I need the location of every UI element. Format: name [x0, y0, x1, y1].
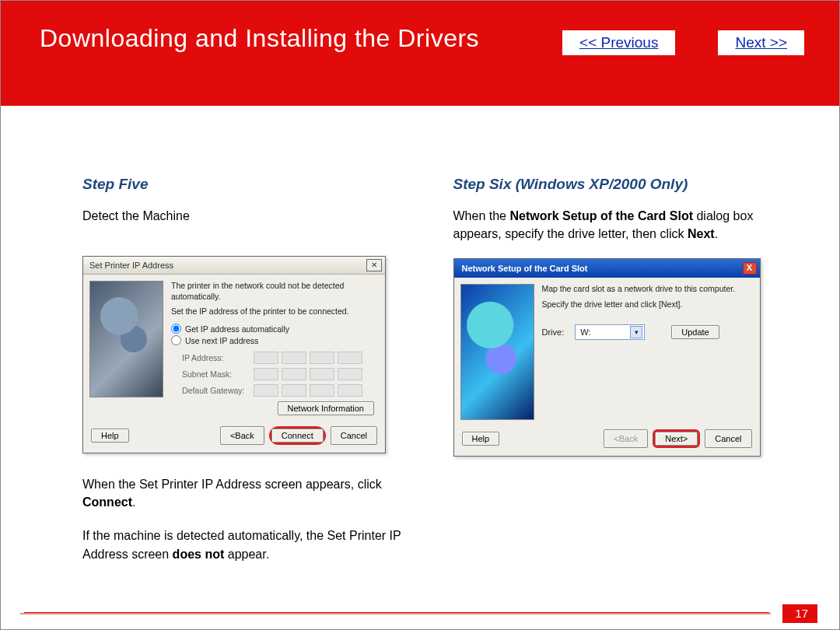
dialog-titlebar: Set Printer IP Address ✕ [83, 257, 385, 275]
dialog-side-image [89, 281, 163, 397]
help-button[interactable]: Help [462, 432, 500, 446]
cancel-button[interactable]: Cancel [705, 429, 751, 448]
dialog-text-line1: The printer in the network could not be … [171, 281, 377, 302]
close-icon[interactable]: ✕ [366, 259, 382, 271]
drive-select[interactable]: W: ▾ [575, 324, 645, 340]
close-icon[interactable]: X [743, 262, 757, 275]
step-five-after-1: When the Set Printer IP Address screen a… [82, 475, 430, 511]
dialog-text-line2: Set the IP address of the printer to be … [171, 306, 377, 317]
drive-value: W: [580, 327, 590, 337]
previous-link[interactable]: << Previous [562, 30, 675, 55]
ip-address-field[interactable] [254, 352, 362, 364]
dialog-text-line1: Map the card slot as a network drive to … [542, 284, 752, 295]
dialog-titlebar: Network Setup of the Card Slot X [454, 259, 760, 278]
step-five-title: Step Five [82, 176, 430, 193]
content: Step Five Detect the Machine Set Printer… [1, 106, 839, 579]
cancel-button[interactable]: Cancel [331, 426, 377, 445]
ip-address-label: IP Address: [182, 353, 254, 362]
connect-highlight: Connect [269, 426, 326, 445]
network-information-button[interactable]: Network Information [278, 401, 374, 415]
back-button[interactable]: <Back [220, 426, 264, 445]
column-right: Step Six (Windows XP/2000 Only) When the… [453, 176, 801, 579]
radio-auto-ip[interactable]: Get IP address automatically [171, 324, 377, 334]
back-button: <Back [604, 429, 648, 448]
radio-auto-ip-input[interactable] [171, 324, 181, 334]
radio-manual-ip-input[interactable] [171, 335, 181, 345]
default-gateway-label: Default Gateway: [182, 386, 254, 395]
nav-links: << Previous Next >> [562, 30, 804, 55]
connect-button[interactable]: Connect [271, 429, 324, 443]
set-printer-ip-dialog: Set Printer IP Address ✕ The printer in … [82, 256, 386, 453]
update-button[interactable]: Update [671, 325, 719, 339]
network-setup-card-slot-dialog: Network Setup of the Card Slot X Map the… [453, 258, 761, 457]
step-five-intro: Detect the Machine [82, 207, 430, 225]
subnet-mask-field[interactable] [254, 368, 362, 380]
radio-auto-ip-label: Get IP address automatically [185, 324, 289, 334]
header: Downloading and Installing the Drivers <… [1, 1, 839, 106]
dialog-title-text: Network Setup of the Card Slot [462, 264, 588, 273]
dialog-title-text: Set Printer IP Address [89, 261, 173, 270]
next-button[interactable]: Next> [655, 432, 698, 446]
next-link[interactable]: Next >> [718, 30, 804, 55]
step-six-title: Step Six (Windows XP/2000 Only) [453, 176, 801, 193]
page-title: Downloading and Installing the Drivers [40, 24, 479, 53]
dialog-side-image [460, 284, 534, 420]
help-button[interactable]: Help [91, 429, 129, 443]
radio-manual-ip[interactable]: Use next IP address [171, 335, 377, 345]
default-gateway-field[interactable] [254, 384, 362, 397]
chevron-down-icon[interactable]: ▾ [630, 326, 642, 338]
column-left: Step Five Detect the Machine Set Printer… [82, 176, 430, 579]
next-highlight: Next> [653, 429, 700, 448]
step-five-after-2: If the machine is detected automatically… [82, 527, 430, 562]
drive-label: Drive: [542, 327, 565, 337]
radio-manual-ip-label: Use next IP address [185, 336, 258, 345]
step-six-intro: When the Network Setup of the Card Slot … [453, 207, 801, 243]
dialog-text-line2: Specify the drive letter and click [Next… [542, 299, 752, 310]
subnet-mask-label: Subnet Mask: [182, 369, 254, 379]
page-number: 17 [782, 604, 817, 623]
